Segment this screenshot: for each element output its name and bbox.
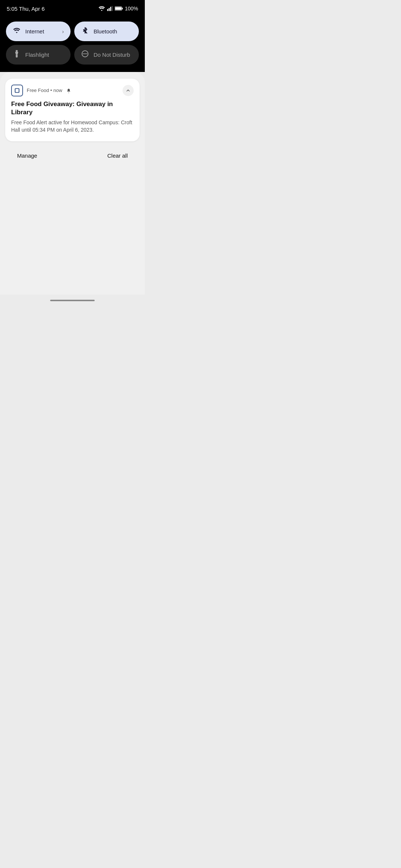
status-time: 5:05 Thu, Apr 6 [7,6,45,12]
notif-title: Free Food Giveaway: Giveaway in Library [11,100,134,116]
notifications-area: Free Food • now Free Food Giveaway: Give… [0,72,145,295]
svg-rect-10 [16,50,18,52]
svg-rect-5 [122,8,123,10]
svg-rect-15 [15,89,19,93]
wifi-icon [98,6,105,11]
battery-icon [115,6,123,11]
svg-rect-0 [107,9,108,11]
notif-app-icon [11,85,23,96]
clear-all-button[interactable]: Clear all [97,148,138,163]
qs-tile-internet[interactable]: Internet › [6,22,71,41]
notification-actions: Manage Clear all [5,148,140,163]
home-indicator-bar [50,300,95,301]
notif-app-name: Free Food • now [27,88,71,93]
status-icons: 100% [98,6,138,11]
bottom-padding [5,163,140,193]
home-indicator-area [0,295,145,306]
flashlight-tile-label: Flashlight [25,52,64,58]
status-bar: 5:05 Thu, Apr 6 100% [0,0,145,16]
svg-marker-11 [15,52,18,55]
flashlight-qs-icon [13,50,21,59]
notif-expand-button[interactable] [123,85,134,96]
svg-rect-12 [16,55,18,57]
signal-icon [107,6,113,11]
qs-tile-donotdisturb[interactable]: Do Not Disturb [74,45,139,65]
bluetooth-qs-icon [81,27,89,36]
notif-body: Free Food Alert active for Homewood Camp… [11,119,134,134]
manage-button[interactable]: Manage [7,148,48,163]
internet-tile-label: Internet [25,28,58,34]
battery-percent: 100% [125,6,138,11]
dnd-tile-label: Do Not Disturb [94,52,132,58]
notif-header: Free Food • now [11,85,134,96]
svg-rect-6 [115,7,121,10]
internet-arrow-icon: › [62,29,64,34]
qs-tile-bluetooth[interactable]: Bluetooth [74,22,139,41]
svg-rect-3 [112,6,113,11]
bluetooth-tile-label: Bluetooth [94,28,132,34]
svg-rect-2 [110,7,111,11]
qs-tile-flashlight[interactable]: Flashlight [6,45,71,65]
notification-card-freefood: Free Food • now Free Food Giveaway: Give… [5,79,140,141]
notif-header-left: Free Food • now [11,85,71,96]
wifi-qs-icon [13,27,21,35]
quick-settings-panel: Internet › Bluetooth Flashlight [0,16,145,72]
dnd-qs-icon [81,50,89,59]
svg-rect-1 [109,8,110,11]
